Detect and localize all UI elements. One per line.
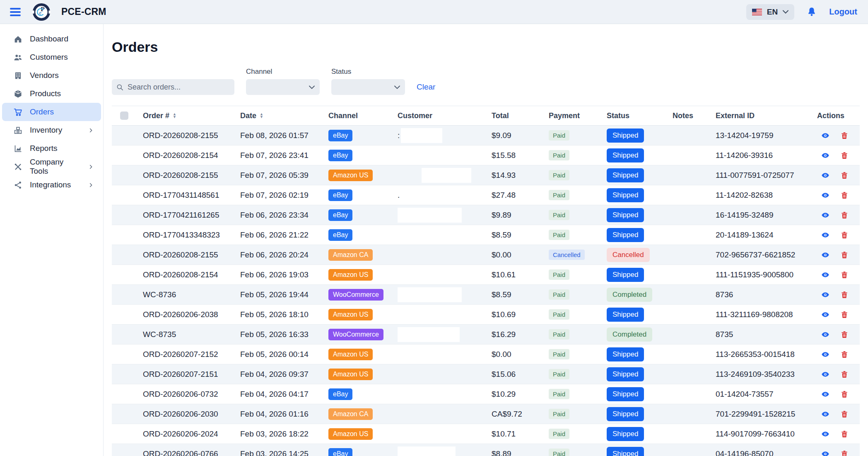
- view-order-button[interactable]: [821, 430, 829, 438]
- delete-order-button[interactable]: [840, 251, 849, 259]
- delete-order-button[interactable]: [840, 390, 849, 398]
- order-date: Feb 04, 2026 04:17: [240, 390, 328, 399]
- order-date: Feb 08, 2026 01:57: [240, 131, 328, 140]
- sidebar-item-inventory[interactable]: Inventory: [2, 121, 101, 139]
- delete-order-button[interactable]: [840, 350, 849, 359]
- column-header-customer: Customer: [398, 112, 492, 120]
- table-row: ORD-20260207-2151Feb 04, 2026 09:37Amazo…: [112, 364, 860, 384]
- sidebar-item-integrations[interactable]: Integrations: [2, 176, 101, 194]
- delete-order-button[interactable]: [840, 430, 849, 438]
- table-row: ORD-20260206-2038Feb 05, 2026 18:10Amazo…: [112, 305, 860, 325]
- status-badge: Completed: [607, 327, 652, 342]
- status-select[interactable]: [331, 79, 405, 95]
- order-date: Feb 05, 2026 00:14: [240, 350, 328, 359]
- channel-badge: eBay: [328, 150, 352, 161]
- search-input[interactable]: [112, 79, 234, 95]
- table-row: ORD-20260206-2024Feb 03, 2026 18:22Amazo…: [112, 424, 860, 444]
- delete-order-button[interactable]: [840, 151, 849, 160]
- view-order-button[interactable]: [821, 410, 829, 418]
- customer-redaction: [398, 228, 456, 243]
- sidebar-item-customers[interactable]: Customers: [2, 48, 101, 66]
- delete-order-button[interactable]: [840, 211, 849, 219]
- view-order-button[interactable]: [821, 211, 829, 219]
- sidebar-item-vendors[interactable]: Vendors: [2, 66, 101, 85]
- orders-table: Order #▲▼Date▲▼ChannelCustomerTotalPayme…: [112, 106, 860, 456]
- table-row: ORD-20260206-0732Feb 04, 2026 04:17eBay$…: [112, 384, 860, 404]
- sort-icon[interactable]: ▲▼: [260, 113, 263, 119]
- customer-redaction: [398, 446, 456, 456]
- status-badge: Shipped: [607, 367, 644, 381]
- chevron-right-icon: [88, 182, 94, 188]
- menu-toggle-icon[interactable]: [10, 7, 22, 17]
- order-date: Feb 05, 2026 16:33: [240, 330, 328, 339]
- delete-order-button[interactable]: [840, 370, 849, 378]
- column-label: Status: [607, 112, 629, 120]
- view-order-button[interactable]: [821, 291, 829, 299]
- delete-order-button[interactable]: [840, 171, 849, 179]
- external-id: 20-14189-13624: [716, 230, 817, 240]
- delete-order-button[interactable]: [840, 131, 849, 140]
- external-id: 702-9656737-6621852: [716, 250, 817, 260]
- order-date: Feb 06, 2026 23:34: [240, 211, 328, 220]
- sidebar-item-orders[interactable]: Orders: [2, 103, 101, 121]
- view-order-button[interactable]: [821, 310, 829, 319]
- column-header-order[interactable]: Order #▲▼: [143, 112, 240, 120]
- eye-icon: [821, 310, 829, 319]
- delete-order-button[interactable]: [840, 271, 849, 279]
- view-order-button[interactable]: [821, 131, 829, 140]
- sidebar-item-label: Orders: [30, 107, 54, 116]
- eye-icon: [821, 271, 829, 279]
- view-order-button[interactable]: [821, 231, 829, 239]
- view-order-button[interactable]: [821, 370, 829, 378]
- order-total: $9.09: [492, 131, 549, 140]
- customer-name: [398, 245, 492, 264]
- payment-badge: Paid: [549, 289, 569, 300]
- notifications-bell-icon[interactable]: [807, 7, 817, 17]
- trash-icon: [840, 430, 849, 438]
- view-order-button[interactable]: [821, 171, 829, 179]
- eye-icon: [821, 151, 829, 160]
- eye-icon: [821, 231, 829, 239]
- language-selector[interactable]: EN: [746, 4, 794, 20]
- external-id: 113-2665353-0015418: [716, 350, 817, 359]
- customer-name: [398, 325, 492, 344]
- view-order-button[interactable]: [821, 450, 829, 456]
- logout-link[interactable]: Logout: [829, 7, 857, 17]
- external-id: 113-2469109-3540233: [716, 370, 817, 379]
- delete-order-button[interactable]: [840, 231, 849, 239]
- delete-order-button[interactable]: [840, 291, 849, 299]
- order-date: Feb 07, 2026 23:41: [240, 151, 328, 160]
- sidebar-item-reports[interactable]: Reports: [2, 139, 101, 158]
- delete-order-button[interactable]: [840, 450, 849, 456]
- order-number: ORD-20260206-0732: [143, 390, 240, 399]
- column-label: Customer: [398, 112, 432, 120]
- view-order-button[interactable]: [821, 271, 829, 279]
- order-date: Feb 06, 2026 21:22: [240, 230, 328, 240]
- view-order-button[interactable]: [821, 330, 829, 339]
- order-total: $8.89: [492, 449, 549, 456]
- channel-select[interactable]: [246, 79, 320, 95]
- sidebar-item-products[interactable]: Products: [2, 85, 101, 103]
- view-order-button[interactable]: [821, 191, 829, 199]
- chevron-right-icon: [88, 128, 94, 133]
- column-header-date[interactable]: Date▲▼: [240, 112, 328, 120]
- view-order-button[interactable]: [821, 251, 829, 259]
- main-content: Orders Channel Status Clear Order #▲▼: [104, 24, 868, 456]
- sort-icon[interactable]: ▲▼: [173, 113, 176, 119]
- view-order-button[interactable]: [821, 151, 829, 160]
- channel-badge: eBay: [328, 189, 352, 201]
- delete-order-button[interactable]: [840, 330, 849, 339]
- view-order-button[interactable]: [821, 350, 829, 359]
- external-id: 16-14195-32489: [716, 211, 817, 220]
- order-number: ORD-20260208-2155: [143, 131, 240, 140]
- sidebar-item-dashboard[interactable]: Dashboard: [2, 30, 101, 48]
- delete-order-button[interactable]: [840, 191, 849, 199]
- customer-name: [398, 404, 492, 424]
- select-all-checkbox[interactable]: [120, 112, 128, 120]
- table-row: ORD-20260208-2155Feb 06, 2026 20:24Amazo…: [112, 245, 860, 265]
- delete-order-button[interactable]: [840, 410, 849, 418]
- sidebar-item-company-tools[interactable]: Company Tools: [2, 158, 101, 176]
- delete-order-button[interactable]: [840, 310, 849, 319]
- view-order-button[interactable]: [821, 390, 829, 398]
- clear-filters-button[interactable]: Clear: [417, 82, 435, 92]
